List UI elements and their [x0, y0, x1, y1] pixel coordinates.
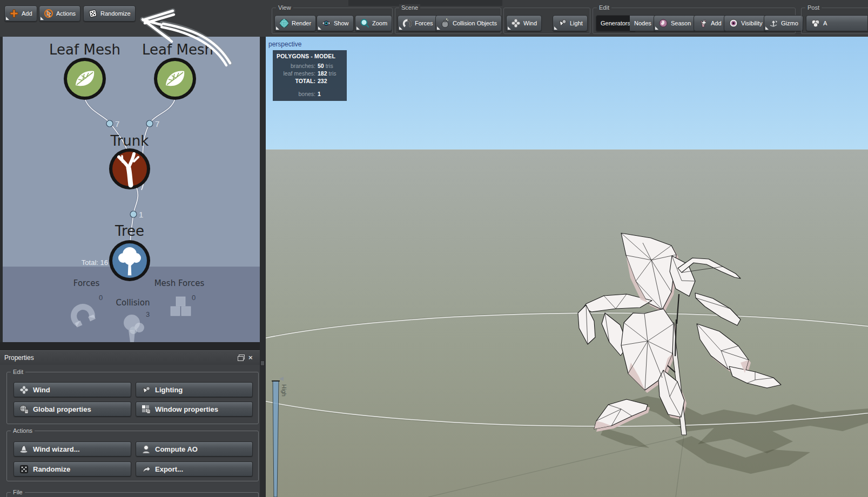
- gizmo-icon: [769, 18, 778, 28]
- node-label-leaf-mesh-1: Leaf Mesh: [49, 42, 120, 58]
- randomize-action-button[interactable]: Randomize: [14, 461, 131, 476]
- season-globe-icon: [658, 18, 668, 28]
- branch-add-icon: [698, 18, 708, 28]
- grid-lines: [428, 436, 684, 497]
- zoom-button[interactable]: Zoom: [355, 15, 392, 31]
- splitter-handle[interactable]: [260, 360, 265, 366]
- svg-text:Collision: Collision: [116, 298, 150, 308]
- svg-text:3: 3: [146, 310, 150, 318]
- window-tiles-icon: [142, 405, 151, 414]
- panel-separator: [0, 342, 260, 351]
- dice-icon: [19, 465, 29, 474]
- export-arrow-icon: [142, 465, 151, 474]
- export-button[interactable]: Export...: [136, 461, 253, 476]
- node-label-trunk: Trunk: [110, 133, 149, 149]
- randomize-button[interactable]: Randomize: [83, 5, 136, 22]
- stats-row-branches: branches:50tris: [277, 63, 343, 69]
- visibility-button[interactable]: Visibility: [724, 15, 768, 31]
- node-tree[interactable]: [109, 240, 150, 281]
- node-label-leaf-mesh-2: Leaf Mesh: [142, 42, 213, 58]
- add-button[interactable]: Add: [4, 5, 37, 22]
- viewport-scene: High: [266, 37, 868, 497]
- svg-text:0: 0: [192, 294, 196, 302]
- wind-button[interactable]: Wind: [506, 15, 542, 31]
- node-trunk[interactable]: [109, 148, 150, 189]
- spotlight-icon: [557, 18, 567, 28]
- stats-row-leaf-meshes: leaf meshes:182tris: [277, 70, 343, 77]
- node-leaf-mesh-2[interactable]: [154, 58, 196, 100]
- float-panel-icon[interactable]: [238, 355, 245, 361]
- stats-title: POLYGONS - MODEL: [277, 53, 343, 59]
- wind-wizard-button[interactable]: Wind wizard...: [14, 441, 131, 457]
- stats-row-total: TOTAL:232: [277, 78, 343, 84]
- light-button[interactable]: Light: [553, 15, 588, 31]
- edit-group-label: Edit: [597, 4, 611, 11]
- add-plus-icon: [9, 9, 19, 18]
- connection-count: 1: [139, 210, 143, 219]
- svg-text:Mesh Forces: Mesh Forces: [154, 278, 205, 288]
- collision-objects-button[interactable]: Collision Objects: [435, 15, 502, 31]
- lod-marker-label: High: [281, 384, 287, 397]
- window-properties-button[interactable]: Window properties: [136, 401, 253, 417]
- compute-ao-button[interactable]: Compute AO: [136, 441, 253, 457]
- properties-titlebar[interactable]: Properties ×: [0, 351, 260, 365]
- polygon-stats-overlay: POLYGONS - MODEL branches:50tris leaf me…: [273, 50, 347, 101]
- lighting-button[interactable]: Lighting: [136, 382, 253, 397]
- global-properties-button[interactable]: Global properties: [14, 401, 131, 417]
- close-panel-icon[interactable]: ×: [248, 355, 255, 361]
- show-eye-icon: [321, 18, 331, 28]
- actions-button[interactable]: Actions: [39, 5, 80, 22]
- render-button[interactable]: Render: [274, 15, 316, 31]
- spotlight-icon: [142, 385, 151, 394]
- person-icon: [142, 445, 151, 454]
- lod-marker-arrow[interactable]: [279, 377, 284, 381]
- actions-cursor-icon: [44, 9, 53, 18]
- render-sphere-icon: [279, 18, 289, 28]
- show-button[interactable]: Show: [317, 15, 354, 31]
- svg-text:0: 0: [99, 294, 103, 302]
- fan-icon: [511, 18, 521, 28]
- gizmo-button[interactable]: Gizmo: [764, 15, 803, 31]
- post-group-label: Post: [805, 4, 822, 11]
- lod-gauge[interactable]: High: [272, 377, 287, 497]
- forces-button[interactable]: Forces: [398, 15, 438, 31]
- fan-icon: [19, 385, 29, 394]
- actions-propgroup-label: Actions: [11, 427, 35, 434]
- file-propgroup: File: [6, 492, 259, 497]
- properties-title: Properties: [4, 354, 34, 362]
- svg-text:Forces: Forces: [73, 278, 100, 288]
- node-label-tree: Tree: [115, 223, 144, 239]
- visibility-eye-icon: [729, 18, 738, 28]
- camera-label[interactable]: perspective: [268, 40, 301, 48]
- tab-nodes[interactable]: Nodes: [630, 15, 656, 31]
- wizard-hat-icon: [19, 445, 29, 454]
- file-propgroup-label: File: [11, 489, 25, 496]
- zoom-magnifier-icon: [360, 18, 369, 28]
- properties-panel: Edit Wind Lighting Global properties: [0, 365, 260, 497]
- connection-count: 7: [155, 119, 159, 128]
- connection-count: 7: [115, 119, 119, 128]
- globe-list-icon: [19, 405, 29, 414]
- edit-propgroup-label: Edit: [11, 369, 25, 376]
- node-leaf-mesh-1[interactable]: [64, 58, 106, 100]
- view-group-label: View: [276, 4, 293, 11]
- node-graph-canvas[interactable]: 7 7 1 Leaf Mesh Leaf Mesh Trunk Tree: [0, 37, 260, 342]
- viewport-3d[interactable]: High perspective POLYGONS - MODEL branch…: [266, 37, 868, 497]
- season-button[interactable]: Season: [654, 15, 696, 31]
- total-count-label: Total: 16: [82, 258, 108, 267]
- wind-properties-button[interactable]: Wind: [14, 382, 131, 397]
- node-graph-panel[interactable]: 7 7 1 Leaf Mesh Leaf Mesh Trunk Tree: [0, 37, 260, 342]
- bomb-icon: [440, 18, 450, 28]
- post-ao-button[interactable]: A: [806, 15, 868, 31]
- scene-group-label: Scene: [399, 4, 420, 11]
- edit-add-button[interactable]: Add: [694, 15, 726, 31]
- stats-row-bones: bones:1: [277, 91, 343, 97]
- dice-icon: [88, 9, 98, 18]
- three-spheres-icon: [811, 18, 820, 28]
- tab-strip: [348, 0, 502, 6]
- plant-model[interactable]: [578, 233, 781, 435]
- top-toolbar: Add Actions Randomize View Render Show: [0, 0, 868, 37]
- panel-splitter[interactable]: [260, 37, 266, 497]
- magnet-icon: [402, 18, 412, 28]
